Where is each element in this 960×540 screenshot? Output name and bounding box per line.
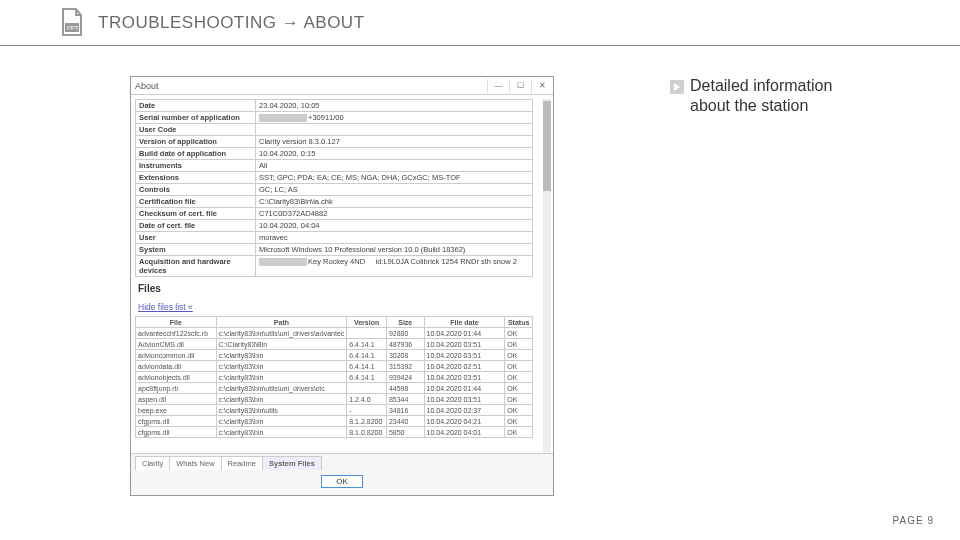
files-cell: 6.4.14.1 <box>347 372 387 383</box>
files-column-header: Path <box>216 317 347 328</box>
files-cell: C:\Clarity83\Bin <box>216 339 347 350</box>
info-row: ControlsGC; LC; AS <box>136 184 533 196</box>
files-column-header: Version <box>347 317 387 328</box>
files-cell: 10.04.2020 02:51 <box>424 361 505 372</box>
files-cell: c:\clarity83\bin\utils\uni_drivers\advan… <box>216 328 347 339</box>
info-key: Date <box>136 100 256 112</box>
info-key: Version of application <box>136 136 256 148</box>
info-row: Date of cert. file10.04.2020, 04:04 <box>136 220 533 232</box>
page-number: PAGE 9 <box>893 515 934 526</box>
files-row: adviondata.dllc:\clarity83\bin6.4.14.131… <box>136 361 533 372</box>
info-value: moravec <box>256 232 533 244</box>
info-value: All <box>256 160 533 172</box>
files-cell: 30208 <box>386 350 424 361</box>
files-cell: c:\clarity83\bin <box>216 350 347 361</box>
ok-button[interactable]: OK <box>321 475 363 488</box>
files-cell: advioncommon.dll <box>136 350 217 361</box>
files-cell: 10.04.2020 03:51 <box>424 372 505 383</box>
info-value: C:\Clarity83\Bin\ia.chk <box>256 196 533 208</box>
scrollbar[interactable] <box>543 99 551 453</box>
files-cell: OK <box>505 372 533 383</box>
info-row: Serial number of application+30911/00 <box>136 112 533 124</box>
files-cell: 6.4.14.1 <box>347 361 387 372</box>
files-column-header: Status <box>505 317 533 328</box>
info-key: Extensions <box>136 172 256 184</box>
info-value: SST; GPC; PDA; EA; CE; MS; NGA; DHA; GCx… <box>256 172 533 184</box>
files-cell: c:\clarity83\bin <box>216 372 347 383</box>
files-cell: 34816 <box>386 405 424 416</box>
info-row: Certification fileC:\Clarity83\Bin\ia.ch… <box>136 196 533 208</box>
info-value: +30911/00 <box>256 112 533 124</box>
files-table: FilePathVersionSizeFile dateStatus advan… <box>135 316 533 438</box>
files-cell: 6.4.14.1 <box>347 350 387 361</box>
info-row: Acquisition and hardware devicesKey Rock… <box>136 256 533 277</box>
files-cell: OK <box>505 427 533 438</box>
files-cell: OK <box>505 394 533 405</box>
tab-whats-new[interactable]: Whats New <box>169 456 221 470</box>
info-value <box>256 124 533 136</box>
info-value: C71C0D372AD4882 <box>256 208 533 220</box>
info-key: Build date of application <box>136 148 256 160</box>
info-row: Build date of application10.04.2020, 0:1… <box>136 148 533 160</box>
files-column-header: File date <box>424 317 505 328</box>
maximize-button[interactable]: ☐ <box>509 79 531 93</box>
info-key: Instruments <box>136 160 256 172</box>
files-cell: 10.04.2020 04:21 <box>424 416 505 427</box>
files-cell: OK <box>505 328 533 339</box>
files-cell: - <box>347 405 387 416</box>
tab-system-files[interactable]: System Files <box>262 456 322 470</box>
files-cell: c:\clarity83\bin <box>216 361 347 372</box>
info-value: GC; LC; AS <box>256 184 533 196</box>
files-cell: 92880 <box>386 328 424 339</box>
info-row: InstrumentsAll <box>136 160 533 172</box>
info-value: Microsoft Windows 10 Professional versio… <box>256 244 533 256</box>
dialog-title: About <box>135 81 159 91</box>
ppt-file-icon: PPT <box>60 8 84 36</box>
files-cell: advantecchf122scfc.rb <box>136 328 217 339</box>
dialog-tabs: ClarityWhats NewReadmeSystem Files <box>131 454 553 470</box>
files-cell: c:\clarity83\bin <box>216 427 347 438</box>
files-cell: 939424 <box>386 372 424 383</box>
info-key: Serial number of application <box>136 112 256 124</box>
files-column-header: Size <box>386 317 424 328</box>
files-row: cfgpms.dllc:\clarity83\bin8.1.0.82005850… <box>136 427 533 438</box>
info-key: Controls <box>136 184 256 196</box>
files-cell: 10.04.2020 02:37 <box>424 405 505 416</box>
files-cell: OK <box>505 350 533 361</box>
info-key: Checksum of cert. file <box>136 208 256 220</box>
info-value: 10.04.2020, 0:15 <box>256 148 533 160</box>
files-row: advioncommon.dllc:\clarity83\bin6.4.14.1… <box>136 350 533 361</box>
files-cell: apc8ftjonp.rb <box>136 383 217 394</box>
files-cell: 10.04.2020 04:01 <box>424 427 505 438</box>
close-button[interactable]: ✕ <box>531 79 553 93</box>
files-cell: adviondata.dll <box>136 361 217 372</box>
files-cell: beep.exe <box>136 405 217 416</box>
info-key: System <box>136 244 256 256</box>
annotation-text: Detailed informationabout the station <box>690 76 870 116</box>
info-value: Clarity version 8.3.0.127 <box>256 136 533 148</box>
files-row: cfgpms.dllc:\clarity83\bin8.1.2.82002344… <box>136 416 533 427</box>
files-cell: cfgpms.dll <box>136 427 217 438</box>
info-row: Date23.04.2020, 10:05 <box>136 100 533 112</box>
tab-readme[interactable]: Readme <box>221 456 263 470</box>
info-value: 23.04.2020, 10:05 <box>256 100 533 112</box>
hide-files-link[interactable]: Hide files list « <box>138 302 193 312</box>
info-table: Date23.04.2020, 10:05Serial number of ap… <box>135 99 533 277</box>
files-cell: cfgpms.dll <box>136 416 217 427</box>
files-cell: 23440 <box>386 416 424 427</box>
info-key: User <box>136 232 256 244</box>
info-value: 10.04.2020, 04:04 <box>256 220 533 232</box>
files-row: advantecchf122scfc.rbc:\clarity83\bin\ut… <box>136 328 533 339</box>
files-cell <box>347 383 387 394</box>
minimize-button[interactable]: — <box>487 79 509 93</box>
files-cell: 10.04.2020 01:44 <box>424 328 505 339</box>
files-cell: 1.2.4.0 <box>347 394 387 405</box>
files-cell: aspen.dll <box>136 394 217 405</box>
scrollbar-thumb[interactable] <box>543 101 551 191</box>
tab-clarity[interactable]: Clarity <box>135 456 170 470</box>
files-cell: 487936 <box>386 339 424 350</box>
files-row: apc8ftjonp.rbc:\clarity83\bin\utils\uni_… <box>136 383 533 394</box>
files-cell: c:\clarity83\bin <box>216 416 347 427</box>
info-value: Key Rockey 4ND id:L9L0JA Colibrick 1254 … <box>256 256 533 277</box>
files-cell: c:\clarity83\bin\utils\uni_drivers\ctc <box>216 383 347 394</box>
